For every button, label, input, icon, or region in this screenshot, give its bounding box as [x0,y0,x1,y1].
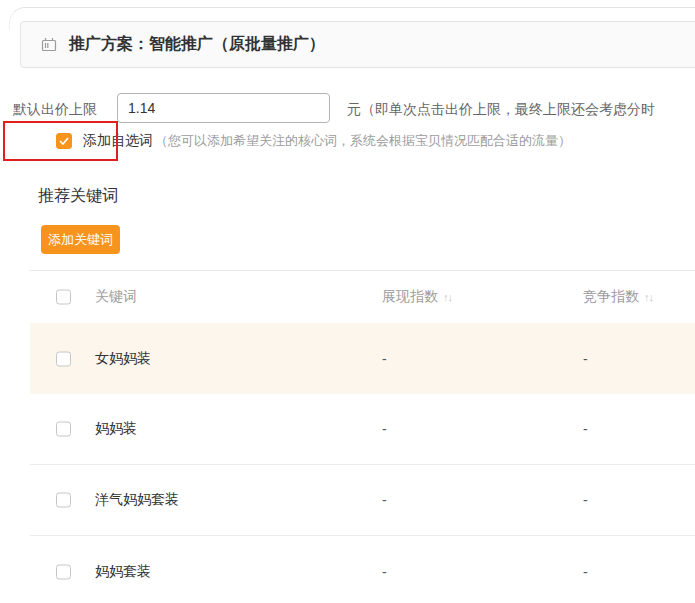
impression-index-cell: - [382,492,387,508]
sort-arrows-icon: ↑↓ [443,291,452,303]
competition-index-cell: - [583,492,588,508]
keyword-cell: 女妈妈装 [95,350,151,368]
competition-index-cell: - [583,564,588,580]
impression-index-cell: - [382,421,387,437]
keyword-cell: 妈妈装 [95,420,137,438]
impression-index-cell: - [382,564,387,580]
custom-words-row: 添加自选词 （您可以添加希望关注的核心词，系统会根据宝贝情况匹配合适的流量） [56,132,571,150]
plan-header: 推广方案：智能推广（原批量推广） [20,21,695,68]
table-row[interactable]: 妈妈套装 - - [30,536,695,603]
check-icon [59,137,69,145]
table-row[interactable]: 洋气妈妈套装 - - [30,465,695,536]
table-row[interactable]: 妈妈装 - - [30,394,695,465]
keywords-table: 关键词 展现指数↑↓ 竞争指数↑↓ 女妈妈装 - - 妈妈装 - - 洋气妈妈套… [30,270,695,603]
row-checkbox[interactable] [56,493,71,508]
competition-index-cell: - [583,351,588,367]
column-header-impression-sort[interactable]: 展现指数↑↓ [382,288,452,306]
add-keywords-button[interactable]: 添加关键词 [41,225,120,254]
plan-title: 推广方案：智能推广（原批量推广） [69,34,325,55]
impression-index-cell: - [382,351,387,367]
bid-limit-label: 默认出价上限 [13,101,97,119]
column-header-keyword: 关键词 [95,288,137,306]
row-checkbox[interactable] [56,351,71,366]
column-header-impression-label: 展现指数 [382,288,438,304]
competition-index-cell: - [583,421,588,437]
promotion-plan-page: 推广方案：智能推广（原批量推广） 默认出价上限 元（即单次点击出价上限，最终上限… [0,0,695,603]
table-header-row: 关键词 展现指数↑↓ 竞争指数↑↓ [30,271,695,323]
column-header-competition-label: 竞争指数 [583,288,639,304]
keyword-cell: 洋气妈妈套装 [95,491,179,509]
sort-arrows-icon: ↑↓ [644,291,653,303]
custom-words-checkbox[interactable] [56,133,72,149]
row-checkbox[interactable] [56,564,71,579]
custom-words-note: （您可以添加希望关注的核心词，系统会根据宝贝情况匹配合适的流量） [155,132,571,150]
plan-board-icon [41,37,57,53]
recommended-keywords-heading: 推荐关键词 [38,186,118,207]
keyword-cell: 妈妈套装 [95,563,151,581]
bid-limit-input[interactable] [117,93,330,123]
custom-words-label: 添加自选词 [83,132,153,150]
row-checkbox[interactable] [56,422,71,437]
column-header-competition-sort[interactable]: 竞争指数↑↓ [583,288,653,306]
bid-limit-hint: 元（即单次点击出价上限，最终上限还会考虑分时 [347,101,655,119]
table-row[interactable]: 女妈妈装 - - [30,323,695,394]
select-all-checkbox[interactable] [56,290,71,305]
